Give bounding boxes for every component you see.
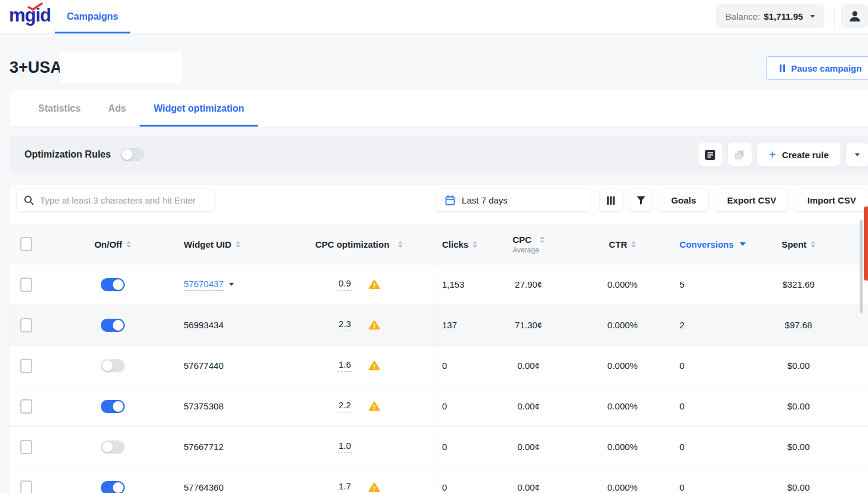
sort-icon[interactable] <box>236 241 240 248</box>
ctr-value: 0.000% <box>576 346 669 386</box>
tab-ads[interactable]: Ads <box>94 90 140 127</box>
table-row: 57667712 1.0 0 0.00¢ 0.000% 0 $0.00 <box>10 427 868 467</box>
cpc-optimization-value[interactable]: 2.3 <box>338 319 352 331</box>
clicks-value: 1,153 <box>434 264 505 304</box>
chevron-down-icon[interactable] <box>229 283 234 286</box>
sort-icon[interactable] <box>811 241 816 248</box>
widget-uid[interactable]: 56993434 <box>184 320 224 330</box>
warning-icon[interactable] <box>369 482 380 492</box>
conversions-value: 0 <box>669 467 749 493</box>
tab-statistics[interactable]: Statistics <box>24 90 94 127</box>
balance-dropdown[interactable]: Balance: $1,711.95 <box>716 4 824 28</box>
col-cpc-label: CPC <box>512 235 532 245</box>
article-list-icon <box>705 149 716 161</box>
widget-uid[interactable]: 57677440 <box>184 360 224 371</box>
columns-button[interactable] <box>599 189 623 212</box>
clicks-value: 0 <box>434 427 505 467</box>
goals-button[interactable]: Goals <box>659 189 709 212</box>
export-csv-button[interactable]: Export CSV <box>715 189 789 212</box>
table-row: 57764360 1.7 0 0.00¢ 0.000% 0 $0.00 <box>10 467 868 493</box>
cpc-optimization-value[interactable]: 1.0 <box>338 440 352 453</box>
clicks-value: 0 <box>434 467 505 493</box>
rules-list-button[interactable] <box>699 143 722 167</box>
cpc-optimization-value[interactable]: 2.2 <box>338 400 352 412</box>
spent-value: $0.00 <box>749 427 868 467</box>
onoff-toggle[interactable] <box>101 319 125 332</box>
col-onoff-label: On/Off <box>94 239 122 249</box>
balance-label: Balance: <box>725 11 760 21</box>
onoff-toggle[interactable] <box>101 481 125 493</box>
row-checkbox[interactable] <box>20 399 32 414</box>
rules-copy-button[interactable] <box>728 143 752 167</box>
redaction-box <box>60 51 182 83</box>
onoff-toggle[interactable] <box>101 440 125 454</box>
optimization-rules-bar: Optimization Rules + Create rule <box>10 136 868 173</box>
cpc-optimization-value[interactable]: 0.9 <box>338 278 352 291</box>
active-nav-underline <box>55 32 130 33</box>
cpc-value: 0.00¢ <box>505 346 576 386</box>
ctr-value: 0.000% <box>576 467 669 493</box>
optimization-rules-label: Optimization Rules <box>24 149 111 160</box>
clicks-value: 0 <box>434 346 505 386</box>
cpc-optimization-value[interactable]: 1.6 <box>338 359 352 372</box>
tab-widget-optimization[interactable]: Widget optimization <box>140 90 258 127</box>
import-csv-button[interactable]: Import CSV <box>795 189 868 212</box>
row-checkbox[interactable] <box>20 278 32 292</box>
top-bar: mgid Campaigns Balance: $1,711.95 <box>0 0 868 34</box>
sort-icon[interactable] <box>472 241 477 248</box>
date-range-value: Last 7 days <box>462 195 508 205</box>
rules-actions: + Create rule <box>699 143 868 167</box>
nav-campaigns[interactable]: Campaigns <box>55 0 130 33</box>
filter-button[interactable] <box>629 189 653 212</box>
onoff-toggle[interactable] <box>101 400 125 413</box>
col-conversions-sorted[interactable]: Conversions <box>669 224 749 264</box>
spent-value: $97.68 <box>749 305 868 345</box>
widget-uid[interactable]: 57764360 <box>184 482 224 492</box>
create-rule-dropdown-button[interactable] <box>846 143 868 167</box>
row-checkbox[interactable] <box>20 318 32 332</box>
row-checkbox[interactable] <box>20 359 32 373</box>
widget-search[interactable] <box>16 189 215 212</box>
row-checkbox[interactable] <box>20 440 32 454</box>
calendar-icon <box>445 195 455 206</box>
create-rule-label: Create rule <box>782 150 829 160</box>
onoff-toggle[interactable] <box>101 278 125 291</box>
cpc-optimization-value[interactable]: 1.7 <box>338 481 352 493</box>
optimization-rules-toggle[interactable] <box>121 148 144 161</box>
onoff-toggle[interactable] <box>101 359 125 372</box>
sort-icon[interactable] <box>540 236 545 243</box>
sort-icon[interactable] <box>631 241 636 248</box>
date-range-picker[interactable]: Last 7 days <box>435 189 591 212</box>
user-menu-button[interactable] <box>841 4 868 28</box>
side-feedback-tab[interactable] <box>864 207 868 281</box>
logo-check-icon <box>27 2 43 11</box>
create-rule-button[interactable]: + Create rule <box>757 143 841 167</box>
warning-icon[interactable] <box>369 320 380 330</box>
warning-icon[interactable] <box>369 401 380 411</box>
widget-uid[interactable]: 57670437 <box>184 279 224 291</box>
cpc-value: 71.30¢ <box>505 305 576 345</box>
warning-icon[interactable] <box>369 279 380 289</box>
widget-uid[interactable]: 57667712 <box>184 442 224 452</box>
filter-icon <box>636 195 646 205</box>
pause-campaign-button[interactable]: Pause campaign <box>766 56 868 80</box>
select-all-checkbox[interactable] <box>20 237 32 251</box>
sort-icon[interactable] <box>126 241 131 248</box>
cpc-value: 0.00¢ <box>505 467 576 493</box>
vertical-scrollbar-thumb[interactable] <box>860 220 863 313</box>
nav-campaigns-label: Campaigns <box>67 11 118 22</box>
sort-icon[interactable] <box>398 241 403 248</box>
columns-icon <box>606 196 616 205</box>
row-checkbox[interactable] <box>20 480 32 493</box>
mgid-campaign-page: mgid Campaigns Balance: $1,711.95 3+USA-… <box>0 0 868 493</box>
table-row: 57677440 1.6 0 0.00¢ 0.000% 0 $0.00 <box>10 346 868 386</box>
search-input[interactable] <box>40 195 207 205</box>
warning-icon[interactable] <box>369 360 380 371</box>
copy-icon <box>734 149 745 161</box>
widget-uid[interactable]: 57375308 <box>184 401 224 411</box>
spent-value: $0.00 <box>749 346 868 386</box>
col-widget-uid-label: Widget UID <box>184 239 231 249</box>
clicks-value: 137 <box>434 305 505 345</box>
clicks-value: 0 <box>434 386 505 426</box>
table-row: 57670437 0.9 1,153 27.90¢ 0.000% 5 $321.… <box>10 264 868 305</box>
